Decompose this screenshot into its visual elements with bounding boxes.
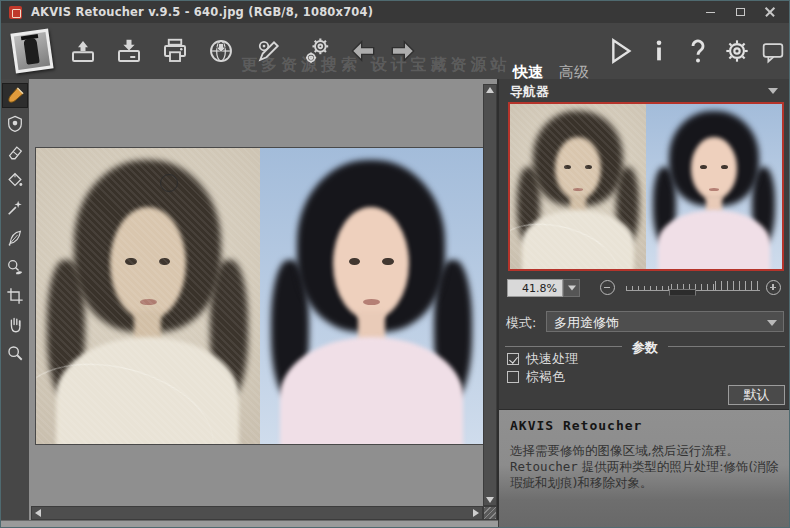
akvis-retoucher-window: { "window": { "title": "AKVIS Retoucher … xyxy=(0,0,790,528)
hints-line1: 选择需要修饰的图像区域,然后运行流程。 xyxy=(510,443,739,458)
image-canvas[interactable]: www.shejibaozang.com xyxy=(29,79,498,520)
history-brush-tool[interactable] xyxy=(2,254,28,279)
eraser-tool[interactable] xyxy=(2,139,28,164)
navigator-collapse-icon[interactable] xyxy=(768,88,778,94)
navigator-viewport-frame[interactable] xyxy=(508,102,784,271)
close-button[interactable] xyxy=(755,1,785,23)
post-processing-button[interactable] xyxy=(252,34,286,68)
print-icon xyxy=(160,36,190,66)
minimize-button[interactable] xyxy=(695,1,725,23)
mode-label: 模式: xyxy=(506,314,536,332)
brush-cursor xyxy=(160,174,178,192)
sepia-checkbox-row[interactable]: 棕褐色 xyxy=(507,369,565,385)
zoom-slider-thumb[interactable] xyxy=(669,289,696,296)
feather-icon xyxy=(6,229,24,247)
quick-processing-label: 快速处理 xyxy=(526,350,578,368)
navigator-header: 导航器 xyxy=(499,81,790,99)
batch-processing-button[interactable] xyxy=(300,34,334,68)
zoom-controls: 41.8% xyxy=(499,279,790,299)
checkbox-unchecked-icon[interactable] xyxy=(507,371,519,383)
zoom-dropdown-button[interactable] xyxy=(563,279,580,297)
default-button[interactable]: 默认 xyxy=(728,385,785,405)
hints-body: 选择需要修饰的图像区域,然后运行流程。 Retoucher 提供两种类型的照片处… xyxy=(510,443,781,491)
globe-download-icon xyxy=(206,36,236,66)
preferences-button[interactable] xyxy=(720,34,754,68)
hints-title: AKVIS Retoucher xyxy=(510,418,781,433)
checkbox-checked-icon[interactable] xyxy=(507,353,519,365)
zoom-slider[interactable] xyxy=(626,280,760,296)
window-title: AKVIS Retoucher v.9.5 - 640.jpg (RGB/8, … xyxy=(31,5,373,19)
mode-selected-value: 多用途修饰 xyxy=(554,314,619,332)
scroll-up-icon[interactable] xyxy=(486,87,494,93)
shield-icon xyxy=(6,115,24,133)
quick-processing-checkbox-row[interactable]: 快速处理 xyxy=(507,351,578,367)
akvis-logo xyxy=(9,28,55,74)
hints-panel: AKVIS Retoucher 选择需要修饰的图像区域,然后运行流程。 Reto… xyxy=(499,409,790,528)
redo-button[interactable] xyxy=(386,34,420,68)
zoom-out-button[interactable] xyxy=(600,280,615,295)
maximize-icon xyxy=(736,8,745,16)
minimize-icon xyxy=(706,12,715,13)
gear-icon xyxy=(721,35,753,67)
horizontal-scrollbar[interactable] xyxy=(31,506,483,520)
chevron-down-icon xyxy=(568,286,576,291)
paint-bucket-icon xyxy=(6,171,24,189)
crop-tool[interactable] xyxy=(2,283,28,308)
chat-bubble-icon xyxy=(759,37,787,65)
sepia-label: 棕褐色 xyxy=(526,368,565,386)
print-button[interactable] xyxy=(158,34,192,68)
scroll-left-icon[interactable] xyxy=(35,509,41,517)
keep-out-zone-tool[interactable] xyxy=(2,111,28,136)
toolbox xyxy=(1,79,29,520)
after-photo xyxy=(260,148,484,444)
mode-row: 模式: 多用途修饰 xyxy=(499,311,790,333)
smudge-tool[interactable] xyxy=(2,225,28,250)
chevron-down-icon xyxy=(767,320,777,326)
crop-icon xyxy=(6,287,24,305)
scroll-right-icon[interactable] xyxy=(473,509,479,517)
hand-tool[interactable] xyxy=(2,312,28,337)
question-icon xyxy=(683,36,713,66)
undo-button[interactable] xyxy=(346,34,380,68)
navigator-thumbnail[interactable] xyxy=(510,104,782,269)
magnifier-icon xyxy=(6,344,24,362)
zoom-value-input[interactable]: 41.8% xyxy=(507,279,563,297)
parameters-title: 参数 xyxy=(622,339,668,357)
right-panel: 导航器 41.8% xyxy=(499,79,790,528)
before-photo xyxy=(36,148,260,444)
main-toolbar: 快速 高级 xyxy=(1,23,790,79)
zoom-in-button[interactable] xyxy=(766,280,781,295)
web-publish-button[interactable] xyxy=(204,34,238,68)
save-image-button[interactable] xyxy=(112,34,146,68)
selection-brush-tool[interactable] xyxy=(2,83,28,108)
mode-select[interactable]: 多用途修饰 xyxy=(546,311,784,332)
brush-history-icon xyxy=(6,258,24,276)
info-button[interactable] xyxy=(642,34,676,68)
zoom-tool[interactable] xyxy=(2,340,28,365)
selection-bucket-tool[interactable] xyxy=(2,167,28,192)
feedback-button[interactable] xyxy=(756,34,790,68)
hand-icon xyxy=(6,316,24,334)
brush-icon xyxy=(6,86,25,105)
vertical-scrollbar[interactable] xyxy=(483,84,497,506)
open-image-button[interactable] xyxy=(66,34,100,68)
before-after-image[interactable] xyxy=(36,148,483,444)
resize-grip[interactable] xyxy=(483,506,497,520)
run-button[interactable] xyxy=(603,34,637,68)
app-icon xyxy=(9,6,22,19)
eraser-icon xyxy=(6,143,24,161)
status-bar xyxy=(1,520,498,528)
pencil-badge-icon xyxy=(254,36,284,66)
redo-arrow-icon xyxy=(387,35,419,67)
close-icon xyxy=(765,7,775,17)
save-icon xyxy=(114,36,144,66)
open-icon xyxy=(68,36,98,66)
scroll-down-icon[interactable] xyxy=(486,497,494,503)
hints-retoucher-word: Retoucher xyxy=(510,459,578,474)
info-icon xyxy=(645,37,673,65)
maximize-button[interactable] xyxy=(725,1,755,23)
title-bar: AKVIS Retoucher v.9.5 - 640.jpg (RGB/8, … xyxy=(1,1,790,23)
magic-wand-tool[interactable] xyxy=(2,195,28,220)
play-icon xyxy=(604,35,636,67)
help-button[interactable] xyxy=(681,34,715,68)
